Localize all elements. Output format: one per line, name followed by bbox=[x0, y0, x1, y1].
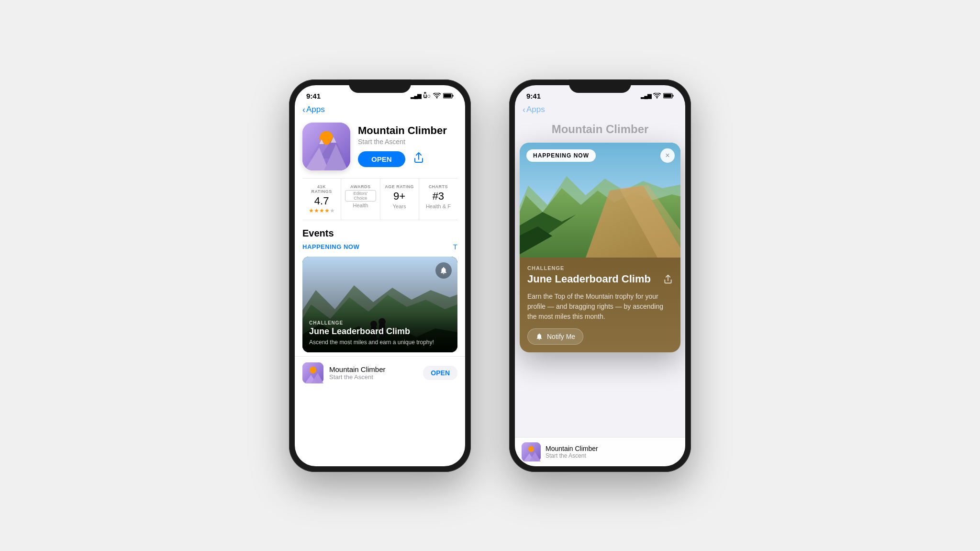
happening-now-label[interactable]: HAPPENING NOW bbox=[302, 243, 359, 250]
bg-back-chevron-2: ‹ bbox=[523, 105, 525, 115]
bottom-app-row-1: Mountain Climber Start the Ascent OPEN bbox=[295, 356, 465, 389]
rating-count-label: 41K RATINGS bbox=[306, 184, 337, 194]
phone1-notch bbox=[349, 79, 411, 93]
event-type-1: CHALLENGE bbox=[309, 320, 451, 326]
svg-rect-2 bbox=[453, 95, 454, 97]
rating-chart-label: CHARTS bbox=[423, 184, 454, 189]
rating-chart-value: #3 bbox=[423, 190, 454, 202]
phone2-notch bbox=[569, 79, 631, 93]
event-card-1[interactable]: CHALLENGE June Leaderboard Climb Ascend … bbox=[302, 257, 457, 352]
p2-app-icon bbox=[522, 442, 541, 461]
bell-button-1[interactable] bbox=[435, 262, 452, 279]
close-button[interactable]: × bbox=[660, 148, 675, 163]
phone1-content: ‹ Apps bbox=[295, 103, 465, 460]
half-star: ★ bbox=[330, 207, 335, 214]
svg-point-41 bbox=[528, 446, 534, 452]
detail-event-desc: Earn the Top of the Mountain trophy for … bbox=[527, 292, 673, 322]
p2-app-sub: Start the Ascent bbox=[546, 452, 679, 459]
svg-point-0 bbox=[436, 97, 438, 99]
rating-awards: AWARDS Editors' Choice Health bbox=[341, 179, 380, 220]
event-desc-1: Ascend the most miles and earn a unique … bbox=[309, 338, 451, 347]
battery-icon-2 bbox=[663, 93, 674, 99]
open-button-1[interactable]: OPEN bbox=[358, 151, 405, 167]
happening-badge: HAPPENING NOW bbox=[526, 149, 596, 162]
share-button-1[interactable] bbox=[413, 152, 424, 166]
bottom-open-button-1[interactable]: OPEN bbox=[423, 366, 457, 380]
event-detail-card: HAPPENING NOW × CHALLENGE June Leaderboa… bbox=[520, 143, 680, 352]
detail-event-title: June Leaderboard Climb bbox=[527, 273, 663, 285]
ratings-row-1: 41K RATINGS 4.7 ★★★★★ AWARDS Editors' Ch… bbox=[302, 178, 457, 220]
see-all-link[interactable]: T bbox=[453, 243, 457, 251]
bottom-app-icon-1 bbox=[302, 362, 323, 383]
events-filter-row: HAPPENING NOW T bbox=[302, 243, 457, 251]
back-chevron-1: ‹ bbox=[302, 105, 305, 115]
wifi-symbol-2 bbox=[653, 93, 661, 99]
detail-event-title-row: June Leaderboard Climb bbox=[527, 273, 673, 287]
editors-badge: Editors' Choice bbox=[345, 190, 376, 202]
close-icon: × bbox=[665, 151, 669, 160]
rating-chart-sub: Health & F bbox=[423, 203, 454, 209]
app-name-1: Mountain Climber bbox=[358, 124, 457, 137]
status-icons-2: ▂▄▆ bbox=[641, 93, 674, 99]
status-time-2: 9:41 bbox=[526, 92, 541, 100]
rating-age: AGE RATING 9+ Years bbox=[380, 179, 419, 220]
rating-age-label: AGE RATING bbox=[384, 184, 415, 189]
event-detail-image: HAPPENING NOW × bbox=[520, 143, 680, 258]
event-detail-body: CHALLENGE June Leaderboard Climb Earn th… bbox=[520, 258, 680, 352]
app-icon-1 bbox=[302, 123, 350, 170]
svg-rect-32 bbox=[664, 94, 671, 98]
app-header-1: Mountain Climber Start the Ascent OPEN bbox=[295, 119, 465, 178]
notify-me-button[interactable]: Notify Me bbox=[527, 328, 583, 345]
phone-1: 9:41 ▂▄▆ ǖ○ bbox=[289, 79, 471, 472]
svg-point-26 bbox=[310, 367, 316, 373]
back-button-1[interactable]: ‹ Apps bbox=[302, 105, 325, 115]
phone2-screen: 9:41 ▂▄▆ ‹ Apps bbox=[515, 85, 685, 466]
detail-event-type: CHALLENGE bbox=[527, 265, 673, 271]
event-info-1: CHALLENGE June Leaderboard Climb Ascend … bbox=[302, 315, 457, 352]
events-section-1: Events HAPPENING NOW T bbox=[295, 220, 465, 356]
phone-2: 9:41 ▂▄▆ ‹ Apps bbox=[509, 79, 691, 472]
back-label-1: Apps bbox=[306, 105, 325, 114]
rating-chart: CHARTS #3 Health & F bbox=[419, 179, 457, 220]
status-icons-1: ▂▄▆ ǖ○ bbox=[411, 92, 454, 100]
signal-icon: ▂▄▆ bbox=[411, 93, 421, 99]
wifi-icon: ǖ○ bbox=[423, 92, 431, 100]
svg-rect-3 bbox=[444, 94, 451, 98]
rating-age-sub: Years bbox=[384, 203, 415, 209]
svg-point-29 bbox=[657, 97, 658, 99]
signal-icon-2: ▂▄▆ bbox=[641, 93, 651, 99]
wifi-symbol bbox=[433, 93, 441, 99]
detail-share-button[interactable] bbox=[663, 274, 673, 287]
bottom-app-info-1: Mountain Climber Start the Ascent bbox=[329, 365, 417, 381]
phone2-bottom-row: Mountain Climber Start the Ascent bbox=[515, 437, 685, 466]
bottom-app-sub-1: Start the Ascent bbox=[329, 373, 417, 381]
bg-app-name-2: Mountain Climber bbox=[515, 119, 685, 140]
bottom-app-name-1: Mountain Climber bbox=[329, 365, 417, 373]
app-actions-1: OPEN bbox=[358, 151, 457, 167]
bg-back-btn-2: ‹ Apps bbox=[523, 105, 545, 115]
nav-bar-1: ‹ Apps bbox=[295, 103, 465, 119]
rating-awards-label: AWARDS bbox=[345, 184, 376, 189]
rating-awards-sub: Health bbox=[345, 202, 376, 208]
p2-app-name: Mountain Climber bbox=[546, 445, 679, 452]
happening-badge-text: HAPPENING NOW bbox=[533, 152, 589, 159]
bg-nav-bar-2: ‹ Apps bbox=[515, 103, 685, 119]
app-info-1: Mountain Climber Start the Ascent OPEN bbox=[358, 123, 457, 167]
bg-back-label-2: Apps bbox=[526, 105, 545, 114]
svg-rect-31 bbox=[673, 95, 674, 97]
rating-count-value: 4.7 bbox=[306, 195, 337, 207]
battery-icon bbox=[443, 93, 454, 99]
notify-me-label: Notify Me bbox=[547, 333, 575, 340]
p2-app-info: Mountain Climber Start the Ascent bbox=[546, 445, 679, 459]
event-title-1: June Leaderboard Climb bbox=[309, 326, 451, 337]
rating-count: 41K RATINGS 4.7 ★★★★★ bbox=[302, 179, 341, 220]
events-title-1: Events bbox=[302, 228, 457, 239]
status-time-1: 9:41 bbox=[306, 92, 321, 100]
rating-stars: ★★★★★ bbox=[306, 207, 337, 214]
app-subtitle-1: Start the Ascent bbox=[358, 138, 457, 146]
rating-age-value: 9+ bbox=[384, 190, 415, 202]
phone1-screen: 9:41 ▂▄▆ ǖ○ bbox=[295, 85, 465, 466]
